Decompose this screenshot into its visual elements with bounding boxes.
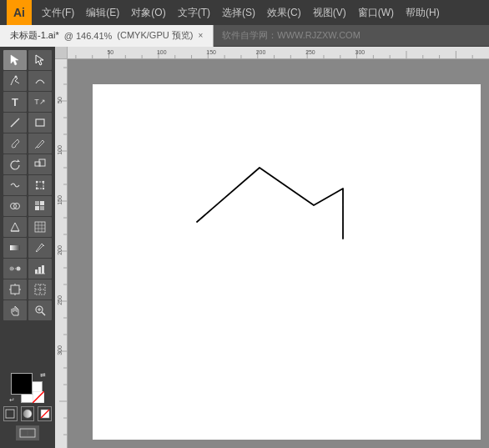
- svg-rect-19: [40, 206, 44, 210]
- svg-rect-31: [35, 269, 38, 274]
- mesh-tool[interactable]: [28, 217, 52, 237]
- menu-file[interactable]: 文件(F): [37, 4, 79, 22]
- touch-type-tool[interactable]: T↗: [28, 92, 52, 112]
- curvature-tool[interactable]: [28, 71, 52, 91]
- svg-text:200: 200: [256, 49, 266, 55]
- zoom-tool[interactable]: [28, 300, 52, 320]
- scale-tool[interactable]: [28, 154, 52, 174]
- svg-point-11: [43, 181, 44, 183]
- select-tool[interactable]: [3, 50, 27, 70]
- tool-row-6: [2, 154, 53, 174]
- line-tool[interactable]: [3, 113, 27, 133]
- svg-point-50: [23, 410, 32, 418]
- warp-tool[interactable]: [3, 175, 27, 195]
- svg-rect-32: [38, 267, 41, 274]
- svg-line-3: [11, 118, 19, 127]
- menu-select[interactable]: 选择(S): [217, 4, 260, 22]
- direct-select-tool[interactable]: [28, 50, 52, 70]
- svg-point-10: [36, 181, 38, 183]
- content-area: 50 100 150 200 250 300: [55, 47, 489, 448]
- pencil-tool[interactable]: [28, 133, 52, 154]
- svg-marker-6: [18, 159, 20, 162]
- main-area: T T↗: [0, 47, 489, 448]
- none-indicator: [33, 391, 44, 403]
- blend-tool[interactable]: [3, 259, 27, 279]
- fill-box[interactable]: [11, 373, 33, 395]
- screen-mode-button[interactable]: [16, 425, 39, 440]
- color-mode-row: [3, 406, 52, 421]
- tool-row-1: [2, 50, 53, 70]
- view-mode-row: [3, 425, 52, 440]
- menu-view[interactable]: 视图(V): [308, 4, 351, 22]
- type-tool[interactable]: T: [3, 92, 27, 112]
- rotate-tool[interactable]: [3, 154, 27, 174]
- tool-row-7: [2, 175, 53, 195]
- none-mode-button[interactable]: [38, 406, 52, 421]
- rect-tool[interactable]: [28, 113, 52, 133]
- tool-row-3: T T↗: [2, 92, 53, 112]
- svg-text:250: 250: [305, 49, 315, 55]
- shape-builder-tool[interactable]: [3, 196, 27, 216]
- tab-filename: 未标题-1.ai*: [10, 29, 59, 42]
- paintbrush-tool[interactable]: [3, 133, 27, 154]
- column-graph-tool[interactable]: [28, 259, 52, 279]
- svg-text:250: 250: [57, 295, 63, 305]
- tab-bar: 未标题-1.ai* @ 146.41% (CMYK/GPU 预览) × 软件自学…: [0, 25, 489, 47]
- canvas[interactable]: [68, 59, 489, 448]
- live-paint-tool[interactable]: [28, 196, 52, 216]
- gradient-mode-button[interactable]: [21, 406, 35, 421]
- menu-text[interactable]: 文字(T): [173, 4, 215, 22]
- svg-line-44: [42, 312, 45, 315]
- tab-close-button[interactable]: ×: [198, 31, 203, 40]
- svg-rect-16: [35, 201, 39, 205]
- canvas-row: 50 100 150 200 250 300: [55, 59, 489, 448]
- tool-row-9: [2, 217, 53, 237]
- menu-window[interactable]: 窗口(W): [353, 4, 399, 22]
- svg-text:100: 100: [157, 49, 167, 55]
- perspective-tool[interactable]: [3, 217, 27, 237]
- svg-text:50: 50: [108, 49, 114, 55]
- svg-point-13: [43, 188, 44, 189]
- ai-logo: Ai: [7, 0, 32, 25]
- ruler-corner: [55, 47, 68, 59]
- eyedropper-tool[interactable]: [28, 238, 52, 258]
- toolbar-bottom: ⇄ ↵: [2, 370, 53, 445]
- svg-line-5: [35, 147, 37, 148]
- svg-rect-26: [10, 245, 20, 250]
- svg-rect-35: [11, 285, 19, 294]
- pen-tool[interactable]: [3, 71, 27, 91]
- gradient-tool[interactable]: [3, 238, 27, 258]
- svg-text:200: 200: [57, 245, 63, 255]
- tool-row-12: [2, 279, 53, 300]
- menu-object[interactable]: 对象(O): [126, 4, 170, 22]
- svg-text:100: 100: [57, 145, 63, 155]
- free-transform-tool[interactable]: [28, 175, 52, 195]
- menu-edit[interactable]: 编辑(E): [81, 4, 124, 22]
- menu-help[interactable]: 帮助(H): [401, 4, 445, 22]
- svg-text:50: 50: [57, 97, 63, 103]
- drawing-svg: [68, 59, 489, 448]
- tool-row-8: [2, 196, 53, 216]
- svg-point-12: [36, 188, 38, 189]
- svg-rect-54: [22, 430, 27, 435]
- svg-marker-1: [36, 55, 43, 65]
- svg-point-2: [15, 76, 18, 78]
- svg-rect-17: [40, 201, 44, 205]
- toolbar: T T↗: [0, 47, 55, 448]
- svg-point-28: [10, 267, 14, 271]
- document-tab[interactable]: 未标题-1.ai* @ 146.41% (CMYK/GPU 预览) ×: [0, 25, 214, 47]
- slice-tool[interactable]: [28, 279, 52, 300]
- svg-text:300: 300: [57, 345, 63, 355]
- ruler-left: 50 100 150 200 250 300: [55, 59, 68, 448]
- svg-point-29: [17, 267, 21, 271]
- hand-tool[interactable]: [3, 300, 27, 320]
- svg-rect-4: [36, 119, 44, 126]
- svg-rect-55: [28, 430, 33, 435]
- color-mode-button[interactable]: [3, 406, 18, 421]
- artboard-tool[interactable]: [3, 279, 27, 300]
- menu-effect[interactable]: 效果(C): [262, 4, 306, 22]
- svg-marker-0: [11, 55, 18, 65]
- swap-icon[interactable]: ⇄: [40, 371, 46, 379]
- tool-row-2: [2, 71, 53, 91]
- default-colors-icon[interactable]: ↵: [9, 396, 15, 404]
